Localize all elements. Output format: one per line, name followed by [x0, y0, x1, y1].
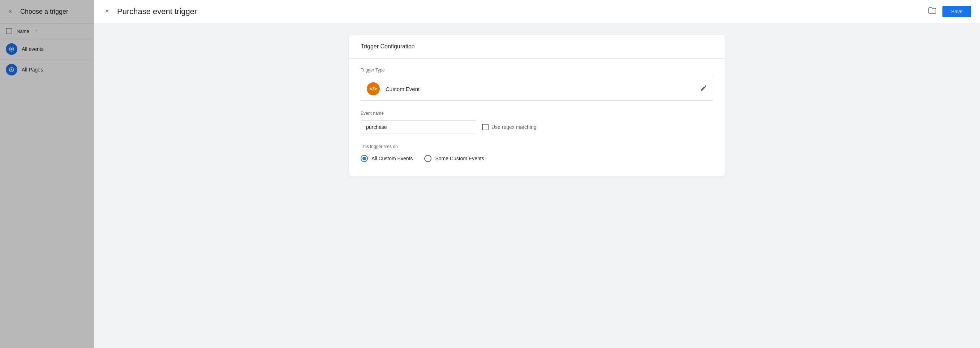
regex-row: Use regex matching	[482, 124, 537, 130]
fires-on-label: This trigger fires on	[361, 144, 713, 149]
close-right-button[interactable]: ×	[103, 7, 111, 16]
list-item-all-pages[interactable]: All Pages	[0, 60, 94, 80]
svg-point-1	[11, 48, 13, 50]
trigger-type-label: Custom Event	[385, 86, 694, 92]
all-pages-label: All Pages	[22, 67, 43, 73]
top-bar: × Purchase event trigger Save	[94, 0, 980, 23]
radio-outer-some	[424, 155, 431, 162]
folder-icon[interactable]	[928, 6, 937, 17]
event-name-label: Event name	[361, 111, 713, 116]
fires-on-section: This trigger fires on All Custom Events …	[361, 144, 713, 162]
select-all-checkbox[interactable]	[6, 28, 12, 34]
radio-option-some[interactable]: Some Custom Events	[424, 155, 484, 162]
radio-label-some: Some Custom Events	[435, 156, 484, 161]
card-body: Trigger Type </> Custom Event Event name	[349, 59, 725, 177]
column-name-label: Name	[17, 28, 29, 34]
fires-on-radio-row: All Custom Events Some Custom Events	[361, 155, 713, 162]
radio-outer-all	[361, 155, 368, 162]
panel-title: Purchase event trigger	[117, 7, 922, 16]
radio-label-all: All Custom Events	[371, 156, 413, 161]
left-panel-title: Choose a trigger	[20, 8, 68, 16]
regex-label: Use regex matching	[492, 124, 537, 130]
trigger-config-card: Trigger Configuration Trigger Type </> C…	[349, 35, 725, 177]
sort-arrow-icon: ↑	[35, 28, 37, 33]
save-button[interactable]: Save	[942, 6, 971, 17]
regex-checkbox[interactable]	[482, 124, 488, 130]
card-header-title: Trigger Configuration	[361, 43, 713, 50]
edit-trigger-type-icon[interactable]	[700, 84, 707, 93]
trigger-type-row: </> Custom Event	[361, 77, 713, 101]
left-panel-header: × Choose a trigger	[0, 0, 94, 24]
column-header-row: Name ↑	[0, 24, 94, 39]
left-panel: × Choose a trigger Name ↑ All events All…	[0, 0, 94, 348]
radio-option-all[interactable]: All Custom Events	[361, 155, 413, 162]
svg-point-4	[11, 69, 13, 71]
event-name-section: Event name Use regex matching	[361, 111, 713, 134]
all-events-label: All events	[22, 46, 44, 52]
custom-event-icon: </>	[367, 82, 380, 95]
list-item-all-events[interactable]: All events	[0, 39, 94, 60]
close-left-button[interactable]: ×	[6, 7, 14, 16]
main-content: Trigger Configuration Trigger Type </> C…	[94, 23, 980, 348]
card-header: Trigger Configuration	[349, 35, 725, 59]
event-name-input[interactable]	[361, 120, 476, 134]
radio-inner-all	[363, 157, 366, 160]
event-name-row: Use regex matching	[361, 120, 713, 134]
right-panel: × Purchase event trigger Save Trigger Co…	[94, 0, 980, 348]
trigger-type-section-label: Trigger Type	[361, 68, 713, 73]
all-events-icon	[6, 43, 18, 55]
all-pages-icon	[6, 64, 18, 76]
